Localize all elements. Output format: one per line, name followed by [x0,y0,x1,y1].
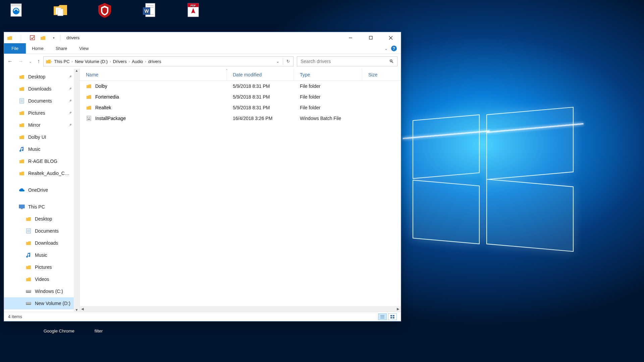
nav-onedrive[interactable]: OneDrive [4,184,79,196]
recent-locations-icon[interactable]: ⌄ [29,59,32,64]
search-box[interactable]: 🔍︎ [297,56,397,66]
file-type: File folder [294,94,362,100]
nav-item-mirror[interactable]: Mirror📌︎ [4,119,79,131]
nav-item-dolby-ui[interactable]: Dolby UI [4,131,79,143]
refresh-icon[interactable]: ↻ [284,59,292,64]
desktop-icon-folder[interactable] [48,2,73,19]
explorer-body: Desktop📌︎Downloads📌︎Documents📌︎Pictures📌… [4,69,401,312]
file-name: Fortemedia [95,94,119,100]
nav-item-windows-c-[interactable]: Windows (C:) [4,285,79,297]
folder-icon [25,276,32,282]
nav-item-new-volume-d-[interactable]: New Volume (D:) [4,297,79,309]
nav-label: Downloads [35,240,58,246]
pc-icon [19,204,25,210]
tab-home[interactable]: Home [26,43,50,54]
scroll-right-icon[interactable]: ▶ [397,307,399,311]
drive-icon [25,288,32,294]
horizontal-scrollbar[interactable]: ◀ ▶ [80,306,401,312]
desktop-icon-word[interactable]: W [136,2,162,19]
nav-item-realtek-audio-c-[interactable]: Realtek_Audio_C… [4,167,79,179]
svg-text:PDF: PDF [191,4,196,7]
help-icon[interactable]: ? [391,46,397,51]
nav-label: Pictures [28,110,45,116]
details-view-button[interactable] [378,313,387,320]
address-bar[interactable]: › This PC › New Volume (D:) › Drivers › … [43,56,293,66]
nav-label: Desktop [35,216,52,222]
thumbnails-view-button[interactable] [388,313,397,320]
properties-icon[interactable] [29,35,35,41]
nav-item-r-age-blog[interactable]: R-AGE BLOG [4,155,79,167]
divider [283,58,283,65]
folder-icon [25,216,32,222]
desktop-icon-edge[interactable] [3,2,29,19]
search-icon[interactable]: 🔍︎ [389,59,394,64]
expand-ribbon-icon[interactable]: ⌄ [384,46,388,51]
svg-rect-44 [390,317,392,318]
nav-item-desktop[interactable]: Desktop [4,213,79,225]
customize-qat-icon[interactable]: ▾ [51,35,57,41]
breadcrumb-audio[interactable]: Audio [130,59,145,64]
breadcrumb-current[interactable]: drivers [146,59,163,64]
minimize-button[interactable] [340,32,361,43]
navpane-scrollbar[interactable]: ▲ ▼ [74,69,79,312]
file-date: 5/9/2018 8:31 PM [227,105,294,110]
nav-item-documents[interactable]: Documents📌︎ [4,95,79,107]
nav-this-pc[interactable]: This PC [4,201,79,213]
file-row[interactable]: Realtek5/9/2018 8:31 PMFile folder [80,102,401,113]
forward-button[interactable]: → [18,58,23,64]
folder-icon [19,170,25,176]
back-button[interactable]: ← [7,58,13,64]
pin-icon: 📌︎ [68,123,72,127]
tab-share[interactable]: Share [50,43,73,54]
desktop-icon-pdf[interactable]: PDF [180,2,206,19]
svg-rect-38 [88,119,90,120]
svg-rect-24 [21,208,23,209]
file-row[interactable]: InstallPackage16/4/2018 3:26 PMWindows B… [80,113,401,124]
desktop-icon-mcafee[interactable] [92,2,117,19]
address-dropdown-icon[interactable]: ⌄ [274,59,281,64]
documents-icon [25,228,32,234]
taskbar-label: filter [95,328,103,334]
folder-icon [19,86,25,92]
nav-item-music[interactable]: Music [4,143,79,155]
titlebar[interactable]: ▾ drivers [4,32,401,43]
folder-icon [19,74,25,80]
taskbar-label: Google Chrome [44,328,74,334]
svg-point-31 [30,292,31,293]
file-type: Windows Batch File [294,116,362,121]
nav-item-downloads[interactable]: Downloads [4,237,79,249]
nav-label: Music [28,146,41,152]
file-row[interactable]: Dolby5/9/2018 8:31 PMFile folder [80,81,401,92]
nav-item-videos[interactable]: Videos [4,273,79,285]
maximize-button[interactable] [361,32,381,43]
nav-label: New Volume (D:) [35,301,70,306]
scroll-down-icon[interactable]: ▼ [75,308,78,312]
nav-item-music[interactable]: Music [4,249,79,261]
nav-item-documents[interactable]: Documents [4,225,79,237]
nav-label: Documents [28,98,52,104]
breadcrumb-drivers[interactable]: Drivers [111,59,129,64]
folder-icon [86,105,92,111]
tab-view[interactable]: View [73,43,95,54]
nav-item-desktop[interactable]: Desktop📌︎ [4,71,79,83]
taskbar-labels: Google Chrome filter [44,328,103,334]
svg-rect-43 [393,315,394,316]
scroll-left-icon[interactable]: ◀ [81,307,84,311]
breadcrumb-volume[interactable]: New Volume (D:) [73,59,110,64]
nav-label: Pictures [35,264,52,270]
up-button[interactable]: ↑ [37,58,40,64]
nav-item-pictures[interactable]: Pictures📌︎ [4,107,79,119]
file-row[interactable]: Fortemedia5/9/2018 8:31 PMFile folder [80,92,401,102]
search-input[interactable] [301,59,389,64]
tab-file[interactable]: File [4,43,26,54]
pin-icon: 📌︎ [68,86,72,91]
folder-small-icon[interactable] [40,35,46,41]
nav-item-downloads[interactable]: Downloads📌︎ [4,83,79,95]
breadcrumb-this-pc[interactable]: This PC [52,59,71,64]
close-button[interactable] [381,32,401,43]
nav-label: Documents [35,228,59,234]
nav-item-pictures[interactable]: Pictures [4,261,79,273]
svg-text:W: W [144,8,149,14]
svg-rect-6 [147,5,154,6]
svg-point-34 [30,304,31,305]
